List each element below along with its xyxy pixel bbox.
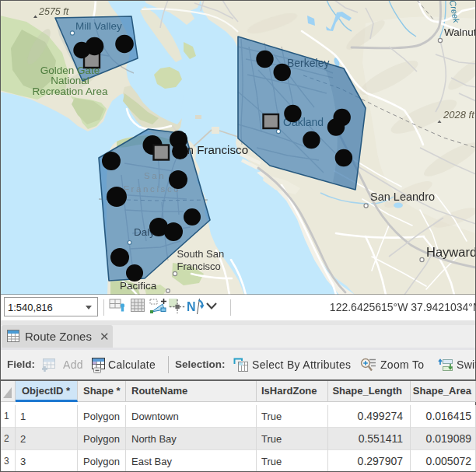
svg-text:Mill Valley: Mill Valley xyxy=(75,20,122,32)
svg-text:2575 ft: 2575 ft xyxy=(38,6,69,17)
svg-text:Walnut C: Walnut C xyxy=(444,26,476,38)
svg-text:2028 ft: 2028 ft xyxy=(443,109,475,121)
svg-text:Francisco: Francisco xyxy=(177,260,221,272)
svg-text:N: N xyxy=(187,300,196,313)
svg-text:South San: South San xyxy=(177,248,225,260)
svg-text:Pacifica: Pacifica xyxy=(120,280,157,292)
svg-text:Recreation Area: Recreation Area xyxy=(33,86,108,97)
svg-text:San Leandro: San Leandro xyxy=(370,191,435,203)
svg-text:San: San xyxy=(144,171,166,180)
svg-text:Berkeley: Berkeley xyxy=(287,57,329,69)
svg-text:Hayward: Hayward xyxy=(426,245,476,259)
